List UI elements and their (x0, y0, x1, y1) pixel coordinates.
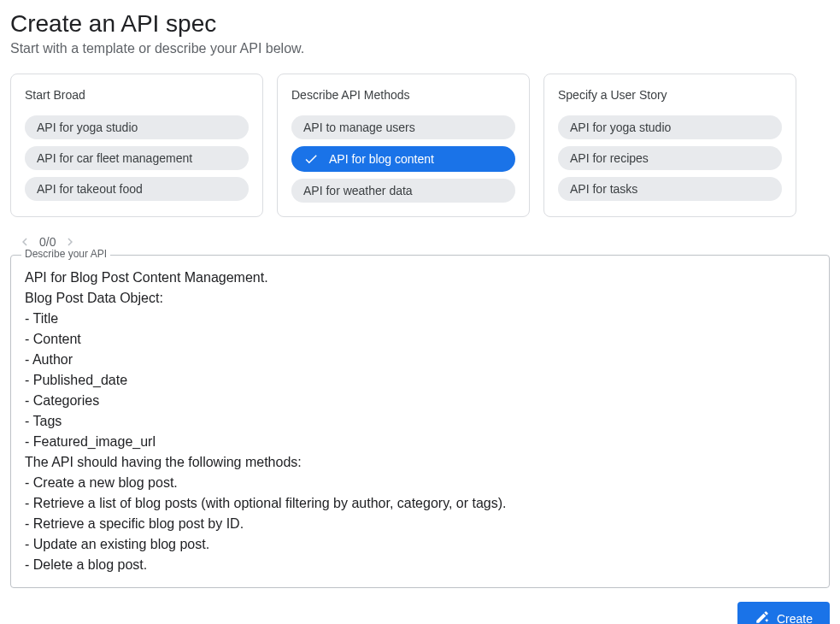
chip-label: API for yoga studio (37, 121, 237, 134)
check-icon (303, 151, 319, 167)
chip-weather-data[interactable]: API for weather data (291, 179, 515, 203)
chip-manage-users[interactable]: API to manage users (291, 115, 515, 139)
card-title: Start Broad (25, 88, 249, 102)
create-button[interactable]: Create (737, 602, 830, 624)
chip-tasks[interactable]: API for tasks (558, 177, 782, 201)
pager: 0/0 (17, 234, 830, 250)
template-cards-row: Start Broad API for yoga studio API for … (10, 74, 830, 217)
chip-label: API to manage users (303, 121, 503, 134)
card-describe-methods: Describe API Methods API to manage users… (277, 74, 530, 217)
card-user-story: Specify a User Story API for yoga studio… (543, 74, 796, 217)
describe-api-textarea[interactable]: API for Blog Post Content Management. Bl… (25, 268, 815, 575)
chip-list: API to manage users API for blog content… (291, 115, 515, 203)
chip-label: API for recipes (570, 151, 770, 165)
card-title: Specify a User Story (558, 88, 782, 102)
chip-label: API for weather data (303, 184, 503, 197)
chip-label: API for car fleet management (37, 151, 237, 165)
chip-list: API for yoga studio API for recipes API … (558, 115, 782, 201)
describe-api-field[interactable]: Describe your API API for Blog Post Cont… (10, 255, 830, 588)
chip-list: API for yoga studio API for car fleet ma… (25, 115, 249, 201)
chip-recipes[interactable]: API for recipes (558, 146, 782, 170)
chip-blog-content[interactable]: API for blog content (291, 146, 515, 172)
chip-car-fleet[interactable]: API for car fleet management (25, 146, 249, 170)
card-title: Describe API Methods (291, 88, 515, 102)
chip-label: API for yoga studio (570, 121, 770, 134)
chip-label: API for tasks (570, 182, 770, 196)
pager-text: 0/0 (39, 235, 56, 249)
create-button-label: Create (777, 612, 813, 625)
chip-takeout-food[interactable]: API for takeout food (25, 177, 249, 201)
chip-yoga-studio[interactable]: API for yoga studio (25, 115, 249, 139)
magic-pencil-icon (755, 609, 770, 624)
chip-yoga-studio-2[interactable]: API for yoga studio (558, 115, 782, 139)
page-title: Create an API spec (10, 10, 830, 38)
card-start-broad: Start Broad API for yoga studio API for … (10, 74, 263, 217)
chip-label: API for blog content (329, 152, 503, 166)
footer-actions: Create (10, 602, 830, 624)
page-subtitle: Start with a template or describe your A… (10, 41, 830, 56)
field-legend: Describe your API (21, 248, 110, 260)
chip-label: API for takeout food (37, 182, 237, 196)
